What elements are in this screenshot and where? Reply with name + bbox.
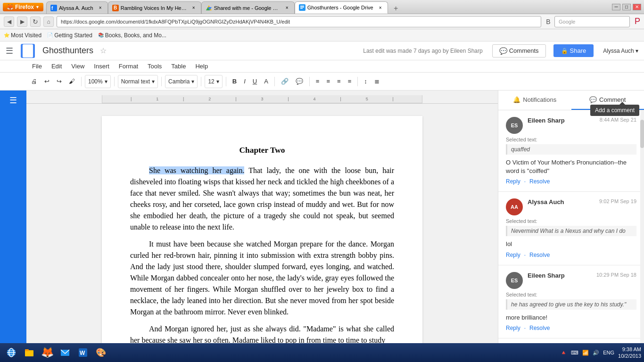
style-select[interactable]: Normal text ▾ (118, 75, 158, 88)
bookmark-books[interactable]: 📚 Books, Books, and Mo... (98, 32, 166, 39)
document-area[interactable]: |1|2|3|4|5| Chapter Two She was watching… (26, 90, 498, 343)
menu-view[interactable]: View (67, 61, 88, 71)
style-chevron-icon: ▾ (152, 78, 155, 85)
toolbar-divider-1 (81, 77, 82, 86)
comment-2-resolve[interactable]: Resolve (529, 252, 550, 258)
comment-2-reply[interactable]: Reply (506, 252, 520, 258)
print-button[interactable]: 🖨 (28, 75, 40, 88)
tab-notifications[interactable]: 🔔 Notifications (498, 90, 571, 110)
firefox-menu-button[interactable]: 🦊 Firefox ▼ (3, 3, 43, 11)
tab-docs[interactable]: Ghosthunters - Google Drive × (295, 1, 388, 14)
list-button[interactable]: ≣ (372, 75, 382, 88)
tab-comment[interactable]: 💬 Comment Add a comment (571, 90, 644, 110)
tab-close-docs[interactable]: × (377, 4, 384, 11)
system-tray: 🔺 ⌨ 📶 🔊 ENG 9:38 AM 10/2/2013 (560, 346, 641, 360)
comment-2-avatar: AA (506, 198, 523, 215)
align-center-button[interactable]: ≡ (323, 75, 333, 88)
tab-label-fb: Alyssa A. Auch (59, 5, 93, 11)
undo-button[interactable]: ↩ (41, 75, 52, 88)
window-controls: ─ □ ✕ (612, 4, 641, 10)
document-title[interactable]: Ghosthunters (42, 46, 93, 56)
comment-3-dot: · (524, 325, 526, 331)
font-select[interactable]: Cambria ▾ (165, 75, 198, 88)
hamburger-menu-icon[interactable]: ☰ (6, 46, 13, 56)
comments-scrollbar-track[interactable] (640, 110, 644, 343)
menu-insert[interactable]: Insert (90, 61, 113, 71)
link-button[interactable]: 🔗 (278, 75, 291, 88)
underline-button[interactable]: U (250, 75, 260, 88)
italic-button[interactable]: I (241, 75, 248, 88)
svg-text:W: W (80, 350, 85, 356)
firefox-taskbar-icon[interactable]: 🦊 (39, 344, 56, 361)
clock-date: 10/2/2013 (618, 353, 641, 359)
left-sidebar: ☰ (0, 90, 26, 343)
home-button[interactable]: ⌂ (43, 16, 54, 27)
comment-3-resolve[interactable]: Resolve (529, 325, 550, 331)
folder-icon[interactable] (21, 344, 38, 361)
bookmark-getting-started[interactable]: 📄 Getting Started (47, 32, 92, 39)
comment-3-meta: Eileen Sharp 10:29 PM Sep 18 (528, 272, 636, 279)
paint-taskbar-icon[interactable]: 🎨 (92, 344, 109, 361)
new-tab-button[interactable]: + (390, 3, 402, 14)
comment-3-text: more brilliance! (506, 313, 636, 322)
reload-button[interactable]: ↻ (30, 16, 41, 27)
menu-file[interactable]: File (28, 61, 46, 71)
align-left-button[interactable]: ≡ (313, 75, 322, 88)
minimize-button[interactable]: ─ (612, 4, 620, 10)
comment-1-avatar: ES (506, 117, 523, 134)
comments-button[interactable]: 💬 Comments (492, 44, 546, 58)
bold-button[interactable]: B (230, 75, 239, 88)
word-taskbar-icon[interactable]: W (74, 344, 91, 361)
menu-help[interactable]: Help (191, 61, 212, 71)
bookmark-most-visited[interactable]: ⭐ Most Visited (4, 32, 41, 39)
paint-format-button[interactable]: 🖌 (66, 75, 78, 88)
forward-button[interactable]: ▶ (17, 16, 27, 27)
url-input[interactable]: https://docs.google.com/document/d/1fkdx… (57, 16, 541, 27)
tab-close-blog[interactable]: × (190, 5, 197, 11)
tab-drive[interactable]: Shared with me - Google Drive × (201, 1, 295, 14)
comment-3-reply[interactable]: Reply (506, 325, 520, 331)
tab-facebook[interactable]: f Alyssa A. Auch × (46, 1, 108, 14)
tab-blog[interactable]: B Rambling Voices In My Head: Lunula × (108, 1, 201, 14)
comment-icon: 💬 (499, 47, 507, 55)
user-info[interactable]: Alyssa Auch ▾ (603, 48, 638, 54)
pinterest-icon[interactable]: P (635, 16, 640, 26)
menu-tools[interactable]: Tools (144, 61, 165, 71)
back-button[interactable]: ◀ (4, 16, 14, 27)
tab-close-drive[interactable]: × (284, 5, 290, 11)
comments-button-label: Comments (509, 47, 539, 54)
bookmarks-bar: ⭐ Most Visited 📄 Getting Started 📚 Books… (0, 29, 644, 41)
comment-3-selected-text: he has agreed to give us the key to his … (506, 299, 636, 310)
email-taskbar-icon[interactable] (57, 344, 74, 361)
toolbar-divider-4 (201, 77, 201, 86)
text-color-button[interactable]: A (261, 75, 271, 88)
justify-button[interactable]: ≡ (345, 75, 355, 88)
zoom-select[interactable]: 100% ▾ (85, 75, 111, 88)
tab-label-drive: Shared with me - Google Drive (214, 5, 280, 11)
close-button[interactable]: ✕ (633, 4, 641, 10)
restore-button[interactable]: □ (622, 4, 631, 10)
zoom-value: 100% (88, 78, 103, 85)
comments-scrollbar-thumb[interactable] (640, 120, 644, 148)
menu-edit[interactable]: Edit (48, 61, 66, 71)
menu-format[interactable]: Format (115, 61, 142, 71)
sidebar-hamburger-icon[interactable]: ☰ (9, 95, 17, 106)
tab-close-fb[interactable]: × (97, 5, 104, 11)
share-button[interactable]: 🔒 Share (553, 44, 594, 57)
comment-1-resolve[interactable]: Resolve (529, 178, 550, 185)
comment-item-2: AA Alyssa Auch 9:02 PM Sep 19 Selected t… (498, 192, 644, 265)
share-button-label: Share (570, 47, 586, 54)
comment-button[interactable]: 💬 (293, 75, 306, 88)
menu-table[interactable]: Table (167, 61, 190, 71)
line-spacing-button[interactable]: ↕ (361, 75, 370, 88)
star-icon[interactable]: ☆ (100, 46, 107, 55)
browser-search-input[interactable]: Google (554, 16, 630, 27)
comment-1-reply[interactable]: Reply (506, 178, 520, 185)
redo-button[interactable]: ↪ (54, 75, 65, 88)
add-comment-tooltip: Add a comment (590, 105, 639, 116)
align-right-button[interactable]: ≡ (334, 75, 344, 88)
toolbar-divider-5 (226, 77, 226, 86)
fontsize-select[interactable]: 12 ▾ (205, 75, 222, 88)
ie-icon[interactable] (3, 344, 20, 361)
document-page[interactable]: Chapter Two She was watching her again. … (102, 116, 422, 343)
